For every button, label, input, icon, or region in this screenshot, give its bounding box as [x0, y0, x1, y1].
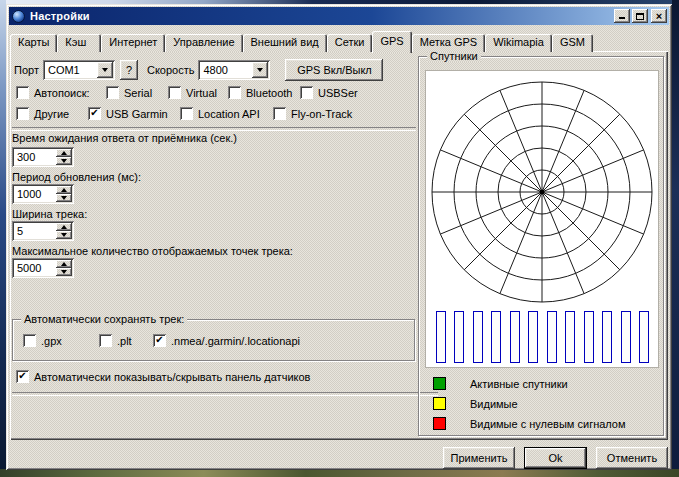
port-label: Порт — [14, 64, 39, 76]
ok-button[interactable]: Ok — [524, 447, 587, 469]
tab-wikimapia[interactable]: Wikimapia — [485, 34, 552, 52]
sensors-row: ✔Автоматически показывать/скрывать панел… — [16, 370, 310, 383]
checkbox-box[interactable]: ✔ — [88, 107, 101, 120]
signal-bar — [547, 311, 557, 363]
signal-bar — [584, 311, 594, 363]
gps-tab-page: Порт COM1 ? Скорость 4800 GPS Вкл/Выкл А… — [10, 51, 668, 440]
speed-label: Скорость — [147, 64, 195, 76]
checkbox-virtual[interactable]: Virtual — [168, 86, 228, 99]
desktop-background-bottom — [0, 469, 679, 477]
arrow-up-icon — [61, 188, 67, 192]
checkbox-box[interactable] — [300, 86, 313, 99]
checkbox-box[interactable] — [16, 86, 29, 99]
settings-window: Настройки Карты Кэш Интернет Управление … — [6, 4, 672, 470]
tab-gps-label[interactable]: Метка GPS — [412, 34, 486, 52]
speed-combobox[interactable]: 4800 — [198, 60, 270, 80]
checkbox-location-api[interactable]: Location API — [180, 107, 273, 120]
cancel-button[interactable]: Отменить — [596, 447, 668, 469]
checkbox-box[interactable] — [16, 107, 29, 120]
title-bar[interactable]: Настройки — [9, 7, 669, 25]
port-combobox[interactable]: COM1 — [43, 60, 115, 80]
checkbox-usbser[interactable]: USBSer — [300, 86, 358, 99]
signal-bar — [565, 311, 575, 363]
spin-down-button[interactable] — [56, 157, 72, 165]
separator — [12, 392, 438, 396]
arrow-up-icon — [61, 225, 67, 229]
track-width-label: Ширина трека: — [12, 208, 87, 220]
visible-satellites-swatch — [433, 397, 446, 410]
minimize-button[interactable] — [614, 9, 630, 23]
checkbox-box[interactable] — [99, 334, 112, 347]
checkbox-box[interactable] — [180, 107, 193, 120]
tab-appearance[interactable]: Внешний вид — [243, 34, 327, 52]
spin-up-button[interactable] — [56, 223, 72, 231]
max-points-label: Максимальное количество отображаемых точ… — [12, 245, 293, 257]
update-period-spinner[interactable]: 1000 — [12, 184, 74, 204]
tab-management[interactable]: Управление — [165, 34, 242, 52]
checkbox-box[interactable] — [168, 86, 181, 99]
apply-button[interactable]: Применить — [443, 447, 515, 469]
satellites-group: Спутники Активные спутники Видимые Видим… — [418, 56, 664, 436]
spin-up-button[interactable] — [56, 260, 72, 268]
tab-grids[interactable]: Сетки — [327, 34, 373, 52]
help-button[interactable]: ? — [120, 60, 138, 80]
maximize-button[interactable] — [632, 9, 648, 23]
spin-up-button[interactable] — [56, 186, 72, 194]
checkbox-plt[interactable]: .plt — [99, 334, 153, 347]
checkbox-serial[interactable]: Serial — [106, 86, 168, 99]
checkbox-box[interactable] — [273, 107, 286, 120]
separator — [12, 127, 416, 131]
gps-toggle-button[interactable]: GPS Вкл/Выкл — [285, 59, 383, 81]
speed-dropdown-button[interactable] — [252, 62, 268, 78]
track-width-spinner[interactable]: 5 — [12, 221, 74, 241]
checkbox-sensors-panel[interactable]: ✔Автоматически показывать/скрывать панел… — [16, 370, 310, 383]
signal-bar — [436, 311, 446, 363]
update-period-label: Период обновления (мс): — [12, 171, 141, 183]
tab-maps[interactable]: Карты — [10, 34, 57, 52]
checkbox-gpx[interactable]: .gpx — [23, 334, 99, 347]
arrow-up-icon — [61, 262, 67, 266]
checkbox-box[interactable] — [23, 334, 36, 347]
checkbox-box[interactable] — [228, 86, 241, 99]
checkbox-fly-on-track[interactable]: Fly-on-Track — [273, 107, 352, 120]
port-dropdown-button[interactable] — [97, 62, 113, 78]
spin-down-button[interactable] — [56, 194, 72, 202]
autosave-group: Автоматически сохранять трек: .gpx .plt … — [12, 319, 415, 361]
arrow-down-icon — [61, 233, 67, 237]
arrow-down-icon — [61, 270, 67, 274]
legend-item-zero-signal: Видимые с нулевым сигналом — [433, 417, 626, 430]
signal-bar — [510, 311, 520, 363]
checkbox-nmea-garmin-locationapi[interactable]: ✔.nmea/.garmin/.locationapi — [153, 334, 300, 347]
arrow-down-icon — [61, 196, 67, 200]
active-satellites-swatch — [433, 377, 446, 390]
checkbox-usb-garmin[interactable]: ✔USB Garmin — [88, 107, 180, 120]
spin-up-button[interactable] — [56, 149, 72, 157]
timeout-spinner[interactable]: 300 — [12, 147, 74, 167]
max-points-spinner[interactable]: 5000 — [12, 258, 74, 278]
checkbox-other[interactable]: Другие — [16, 107, 88, 120]
checkbox-box[interactable]: ✔ — [153, 334, 166, 347]
legend-label: Активные спутники — [470, 378, 568, 390]
signal-bars — [436, 311, 649, 363]
tab-gps[interactable]: GPS — [372, 31, 411, 53]
tab-gsm[interactable]: GSM — [552, 34, 593, 52]
max-points-value: 5000 — [17, 262, 41, 274]
signal-bar — [639, 311, 649, 363]
legend-item-active: Активные спутники — [433, 377, 568, 390]
signal-bar — [602, 311, 612, 363]
checkbox-bluetooth[interactable]: Bluetooth — [228, 86, 300, 99]
tab-internet[interactable]: Интернет — [101, 34, 165, 52]
checkbox-box[interactable] — [106, 86, 119, 99]
maximize-icon — [636, 13, 644, 20]
checkbox-autosearch[interactable]: Автопоиск: — [16, 86, 106, 99]
app-globe-icon — [12, 10, 25, 23]
autosave-group-title: Автоматически сохранять трек: — [21, 313, 187, 325]
arrow-up-icon — [61, 151, 67, 155]
satellite-sky-panel — [425, 70, 659, 368]
tab-cache[interactable]: Кэш — [57, 34, 101, 52]
signal-bar — [473, 311, 483, 363]
close-button[interactable] — [651, 9, 667, 23]
checkbox-box[interactable]: ✔ — [16, 370, 29, 383]
spin-down-button[interactable] — [56, 231, 72, 239]
spin-down-button[interactable] — [56, 268, 72, 276]
